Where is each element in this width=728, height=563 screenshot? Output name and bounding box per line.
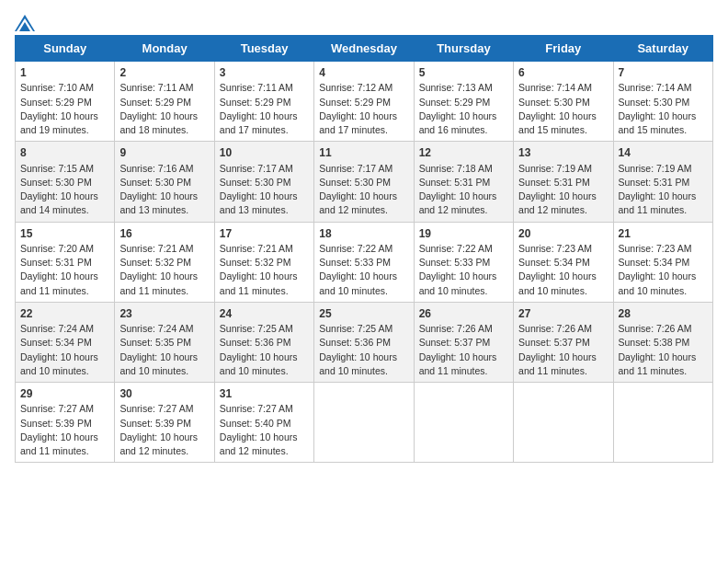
calendar-body: 1 Sunrise: 7:10 AM Sunset: 5:29 PM Dayli… bbox=[16, 62, 713, 463]
daylight-text: Daylight: 10 hours and 10 minutes. bbox=[419, 270, 497, 295]
calendar-header: SundayMondayTuesdayWednesdayThursdayFrid… bbox=[16, 36, 713, 62]
daylight-text: Daylight: 10 hours and 10 minutes. bbox=[220, 351, 298, 376]
day-cell: 26 Sunrise: 7:26 AM Sunset: 5:37 PM Dayl… bbox=[414, 302, 513, 382]
sunset-text: Sunset: 5:36 PM bbox=[220, 337, 291, 348]
day-cell: 15 Sunrise: 7:20 AM Sunset: 5:31 PM Dayl… bbox=[16, 222, 115, 302]
day-number: 16 bbox=[119, 227, 131, 240]
day-number: 3 bbox=[220, 66, 226, 79]
sunset-text: Sunset: 5:37 PM bbox=[518, 337, 590, 348]
logo-area bbox=[15, 15, 39, 31]
sunset-text: Sunset: 5:29 PM bbox=[20, 97, 92, 108]
day-cell: 23 Sunrise: 7:24 AM Sunset: 5:35 PM Dayl… bbox=[115, 302, 214, 382]
sunrise-text: Sunrise: 7:17 AM bbox=[220, 163, 293, 174]
day-cell: 29 Sunrise: 7:27 AM Sunset: 5:39 PM Dayl… bbox=[16, 383, 115, 463]
daylight-text: Daylight: 10 hours and 10 minutes. bbox=[319, 270, 397, 295]
daylight-text: Daylight: 10 hours and 11 minutes. bbox=[518, 351, 597, 376]
sunset-text: Sunset: 5:37 PM bbox=[419, 337, 491, 348]
sunset-text: Sunset: 5:39 PM bbox=[20, 418, 92, 429]
daylight-text: Daylight: 10 hours and 12 minutes. bbox=[419, 190, 497, 215]
sunrise-text: Sunrise: 7:18 AM bbox=[419, 163, 493, 174]
sunrise-text: Sunrise: 7:24 AM bbox=[119, 323, 193, 334]
daylight-text: Daylight: 10 hours and 10 minutes. bbox=[119, 351, 198, 376]
day-cell: 3 Sunrise: 7:11 AM Sunset: 5:29 PM Dayli… bbox=[214, 62, 313, 142]
day-cell: 28 Sunrise: 7:26 AM Sunset: 5:38 PM Dayl… bbox=[613, 302, 712, 382]
daylight-text: Daylight: 10 hours and 11 minutes. bbox=[419, 351, 497, 376]
sunrise-text: Sunrise: 7:14 AM bbox=[619, 82, 692, 93]
sunrise-text: Sunrise: 7:21 AM bbox=[220, 243, 293, 254]
day-number: 24 bbox=[220, 307, 232, 320]
day-number: 30 bbox=[119, 387, 131, 400]
col-header-thursday: Thursday bbox=[414, 36, 513, 62]
sunset-text: Sunset: 5:31 PM bbox=[20, 257, 92, 268]
daylight-text: Daylight: 10 hours and 11 minutes. bbox=[220, 270, 298, 295]
sunrise-text: Sunrise: 7:11 AM bbox=[220, 82, 293, 93]
day-number: 18 bbox=[319, 227, 331, 240]
sunset-text: Sunset: 5:36 PM bbox=[319, 337, 391, 348]
week-row-4: 22 Sunrise: 7:24 AM Sunset: 5:34 PM Dayl… bbox=[16, 302, 713, 382]
week-row-1: 1 Sunrise: 7:10 AM Sunset: 5:29 PM Dayli… bbox=[16, 62, 713, 142]
sunrise-text: Sunrise: 7:19 AM bbox=[518, 163, 592, 174]
daylight-text: Daylight: 10 hours and 10 minutes. bbox=[619, 270, 697, 295]
daylight-text: Daylight: 10 hours and 12 minutes. bbox=[119, 431, 198, 456]
sunrise-text: Sunrise: 7:23 AM bbox=[619, 243, 692, 254]
day-number: 29 bbox=[20, 387, 32, 400]
sunset-text: Sunset: 5:39 PM bbox=[119, 418, 191, 429]
daylight-text: Daylight: 10 hours and 16 minutes. bbox=[419, 110, 497, 135]
daylight-text: Daylight: 10 hours and 12 minutes. bbox=[518, 190, 597, 215]
sunrise-text: Sunrise: 7:14 AM bbox=[518, 82, 592, 93]
sunset-text: Sunset: 5:29 PM bbox=[419, 97, 491, 108]
day-number: 25 bbox=[319, 307, 331, 320]
week-row-2: 8 Sunrise: 7:15 AM Sunset: 5:30 PM Dayli… bbox=[16, 142, 713, 222]
col-header-friday: Friday bbox=[514, 36, 613, 62]
day-number: 28 bbox=[619, 307, 631, 320]
header bbox=[15, 15, 713, 31]
day-cell: 30 Sunrise: 7:27 AM Sunset: 5:39 PM Dayl… bbox=[115, 383, 214, 463]
day-number: 12 bbox=[419, 146, 431, 159]
day-cell: 17 Sunrise: 7:21 AM Sunset: 5:32 PM Dayl… bbox=[214, 222, 313, 302]
day-number: 20 bbox=[518, 227, 530, 240]
day-cell bbox=[613, 383, 712, 463]
sunset-text: Sunset: 5:38 PM bbox=[619, 337, 690, 348]
week-row-3: 15 Sunrise: 7:20 AM Sunset: 5:31 PM Dayl… bbox=[16, 222, 713, 302]
sunset-text: Sunset: 5:35 PM bbox=[119, 337, 191, 348]
sunrise-text: Sunrise: 7:22 AM bbox=[319, 243, 392, 254]
day-number: 22 bbox=[20, 307, 32, 320]
day-cell: 1 Sunrise: 7:10 AM Sunset: 5:29 PM Dayli… bbox=[16, 62, 115, 142]
day-number: 2 bbox=[119, 66, 126, 79]
day-cell: 6 Sunrise: 7:14 AM Sunset: 5:30 PM Dayli… bbox=[514, 62, 613, 142]
day-cell bbox=[314, 383, 414, 463]
day-number: 9 bbox=[119, 146, 126, 159]
day-number: 14 bbox=[619, 146, 631, 159]
sunset-text: Sunset: 5:30 PM bbox=[119, 177, 191, 188]
daylight-text: Daylight: 10 hours and 15 minutes. bbox=[619, 110, 697, 135]
day-cell bbox=[514, 383, 613, 463]
col-header-tuesday: Tuesday bbox=[214, 36, 313, 62]
day-number: 6 bbox=[518, 66, 525, 79]
sunset-text: Sunset: 5:31 PM bbox=[619, 177, 690, 188]
daylight-text: Daylight: 10 hours and 18 minutes. bbox=[119, 110, 198, 135]
sunset-text: Sunset: 5:30 PM bbox=[518, 97, 590, 108]
sunrise-text: Sunrise: 7:24 AM bbox=[20, 323, 94, 334]
day-cell: 27 Sunrise: 7:26 AM Sunset: 5:37 PM Dayl… bbox=[514, 302, 613, 382]
day-cell: 21 Sunrise: 7:23 AM Sunset: 5:34 PM Dayl… bbox=[613, 222, 712, 302]
sunrise-text: Sunrise: 7:19 AM bbox=[619, 163, 692, 174]
daylight-text: Daylight: 10 hours and 11 minutes. bbox=[619, 351, 697, 376]
sunset-text: Sunset: 5:30 PM bbox=[319, 177, 391, 188]
daylight-text: Daylight: 10 hours and 17 minutes. bbox=[319, 110, 397, 135]
col-header-saturday: Saturday bbox=[613, 36, 712, 62]
sunset-text: Sunset: 5:29 PM bbox=[119, 97, 191, 108]
week-row-5: 29 Sunrise: 7:27 AM Sunset: 5:39 PM Dayl… bbox=[16, 383, 713, 463]
day-cell: 9 Sunrise: 7:16 AM Sunset: 5:30 PM Dayli… bbox=[115, 142, 214, 222]
sunrise-text: Sunrise: 7:16 AM bbox=[119, 163, 193, 174]
calendar-table: SundayMondayTuesdayWednesdayThursdayFrid… bbox=[15, 35, 713, 463]
logo-icon bbox=[15, 15, 35, 31]
day-number: 4 bbox=[319, 66, 325, 79]
header-row: SundayMondayTuesdayWednesdayThursdayFrid… bbox=[16, 36, 713, 62]
sunset-text: Sunset: 5:32 PM bbox=[119, 257, 191, 268]
day-cell: 8 Sunrise: 7:15 AM Sunset: 5:30 PM Dayli… bbox=[16, 142, 115, 222]
sunset-text: Sunset: 5:34 PM bbox=[619, 257, 690, 268]
sunrise-text: Sunrise: 7:21 AM bbox=[119, 243, 193, 254]
sunrise-text: Sunrise: 7:25 AM bbox=[319, 323, 392, 334]
day-number: 7 bbox=[619, 66, 625, 79]
daylight-text: Daylight: 10 hours and 17 minutes. bbox=[220, 110, 298, 135]
